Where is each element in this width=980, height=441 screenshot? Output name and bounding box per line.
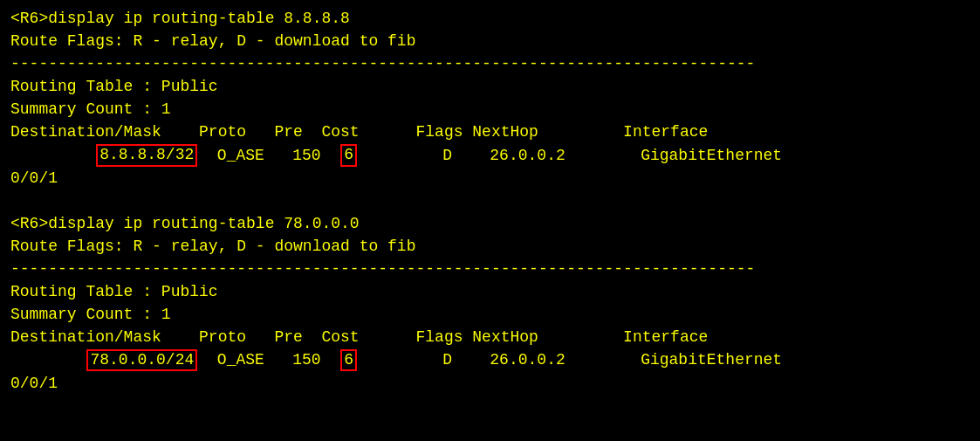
cost-highlight-1: 6 <box>340 144 357 167</box>
command-line-2: <R6>display ip routing-table 78.0.0.0 <box>10 212 970 235</box>
cost-highlight-2: 6 <box>340 349 357 372</box>
route-flags-2: Route Flags: R - relay, D - download to … <box>10 235 970 258</box>
terminal: <R6>display ip routing-table 8.8.8.8 Rou… <box>10 7 970 434</box>
routing-table-label-2: Routing Table : Public <box>10 280 970 303</box>
table-row-1-cont: 0/0/1 <box>10 167 970 189</box>
destination-highlight-1: 8.8.8.8/32 <box>96 144 197 167</box>
summary-count-1: Summary Count : 1 <box>10 98 970 121</box>
divider-1: ----------------------------------------… <box>10 52 970 75</box>
destination-highlight-2: 78.0.0.0/24 <box>86 349 197 372</box>
route-flags-1: Route Flags: R - relay, D - download to … <box>10 30 970 52</box>
table-header-1: Destination/Mask Proto Pre Cost Flags Ne… <box>10 121 970 143</box>
table-row-2: 78.0.0.0/24 O_ASE 150 6 D 26.0.0.2 Gigab… <box>10 348 970 371</box>
table-row-1: 8.8.8.8/32 O_ASE 150 6 D 26.0.0.2 Gigabi… <box>10 144 970 167</box>
table-header-2: Destination/Mask Proto Pre Cost Flags Ne… <box>10 326 970 348</box>
command-line-1: <R6>display ip routing-table 8.8.8.8 <box>10 7 970 30</box>
summary-count-2: Summary Count : 1 <box>10 303 970 326</box>
table-row-2-cont: 0/0/1 <box>10 372 970 395</box>
divider-2: ----------------------------------------… <box>10 258 970 280</box>
routing-table-label-1: Routing Table : Public <box>10 75 970 98</box>
empty-line-1 <box>10 189 970 212</box>
